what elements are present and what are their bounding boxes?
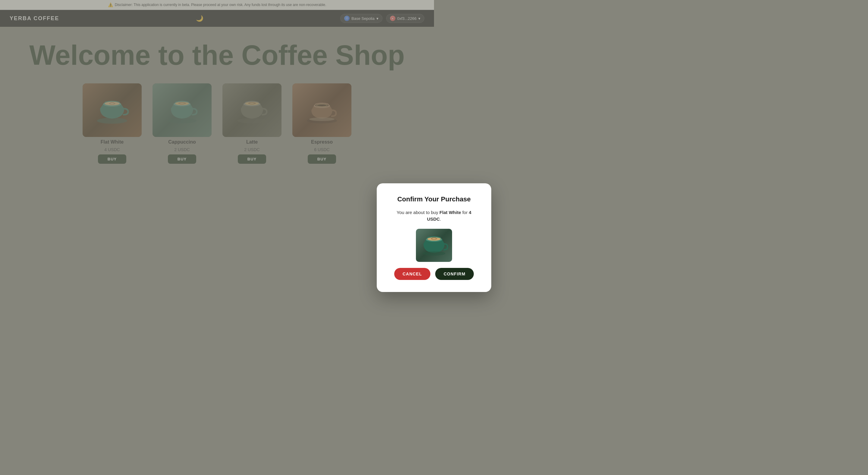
purchase-modal: Confirm Your Purchase You are about to b… <box>377 183 434 238</box>
modal-product-image <box>416 229 434 238</box>
modal-description: You are about to buy Flat White for 4 US… <box>391 209 434 223</box>
modal-title: Confirm Your Purchase <box>397 195 434 203</box>
modal-desc-prefix: You are about to buy <box>397 210 434 215</box>
modal-overlay: Confirm Your Purchase You are about to b… <box>0 0 434 238</box>
